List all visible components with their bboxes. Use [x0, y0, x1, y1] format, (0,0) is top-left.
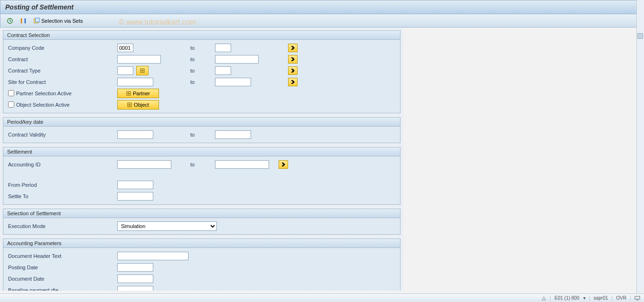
exec-mode-select[interactable]: Simulation — [117, 221, 217, 231]
variant-button[interactable] — [18, 16, 29, 26]
right-spacer — [403, 27, 644, 291]
row-accounting-id: Accounting ID to — [8, 159, 395, 170]
company-code-multiselect-button[interactable] — [288, 44, 298, 52]
arrow-right-icon — [290, 80, 295, 84]
group-selection-body: Execution Mode Simulation — [3, 218, 400, 234]
monitor-icon[interactable] — [635, 295, 640, 301]
contract-type-f4-button[interactable] — [136, 66, 149, 75]
group-period-title: Period/key date — [3, 118, 400, 127]
object-selection-text: Object Selection Active — [16, 102, 70, 108]
accounting-id-multiselect-button[interactable] — [279, 160, 288, 169]
exec-mode-label: Execution Mode — [8, 223, 117, 229]
document-date-input[interactable] — [117, 275, 153, 283]
scrollbar-thumb[interactable] — [637, 33, 643, 39]
triangle-icon — [541, 296, 546, 301]
contract-type-label: Contract Type — [8, 68, 117, 73]
group-period: Period/key date Contract Validity to — [3, 117, 401, 143]
status-separator — [589, 295, 590, 301]
company-code-from-input[interactable] — [117, 44, 133, 52]
status-system: E01 (1) 800 — [554, 295, 579, 301]
baseline-input[interactable] — [117, 286, 153, 291]
row-partner-selection: Partner Selection Active Partner — [8, 88, 395, 99]
contract-label: Contract — [8, 56, 117, 62]
form-panel: Contract Selection Company Code to Contr… — [0, 27, 403, 291]
to-label: to — [190, 162, 212, 167]
brackets-icon — [20, 18, 27, 24]
group-selection-settlement: Selection of Settlement Execution Mode S… — [3, 209, 401, 235]
doc-header-label: Document Header Text — [8, 253, 117, 259]
svg-rect-2 — [25, 18, 26, 23]
contract-type-multiselect-button[interactable] — [288, 66, 298, 75]
grid-plus-icon — [140, 68, 145, 73]
execute-button[interactable] — [4, 16, 16, 26]
row-document-date: Document Date — [8, 273, 395, 284]
group-accounting-title: Accounting Parameters — [3, 239, 400, 248]
to-label: to — [190, 45, 212, 51]
validity-to-input[interactable] — [215, 130, 251, 139]
to-label: to — [190, 79, 212, 85]
settle-to-input[interactable] — [117, 192, 153, 201]
row-posting-date: Posting Date — [8, 262, 395, 273]
row-exec-mode: Execution Mode Simulation — [8, 220, 395, 231]
group-settlement-title: Settlement — [3, 147, 400, 156]
status-server: sapr01 — [594, 295, 608, 301]
partner-button-label: Partner — [133, 91, 150, 96]
company-code-to-input[interactable] — [215, 44, 231, 52]
group-contract-body: Company Code to Contract to — [3, 40, 400, 113]
accounting-id-from-input[interactable] — [117, 160, 171, 169]
to-label: to — [190, 68, 212, 73]
status-separator — [550, 295, 551, 301]
contract-type-to-input[interactable] — [215, 66, 231, 75]
site-label: Site for Contract — [8, 79, 117, 85]
selection-via-sets-button[interactable]: Selection via Sets — [31, 16, 85, 26]
status-mode: OVR — [616, 295, 626, 301]
page-title: Posting of Settlement — [5, 3, 74, 11]
contract-from-input[interactable] — [117, 55, 161, 64]
posting-date-input[interactable] — [117, 263, 153, 272]
row-contract: Contract to — [8, 54, 395, 64]
vertical-scrollbar[interactable] — [636, 0, 644, 293]
row-from-period: From Period — [8, 179, 395, 190]
group-contract-title: Contract Selection — [3, 31, 400, 40]
row-baseline-date: Baseline payment dte — [8, 284, 395, 291]
page-title-bar: Posting of Settlement — [0, 0, 644, 14]
partner-selection-checkbox[interactable] — [8, 90, 14, 96]
contract-to-input[interactable] — [215, 55, 259, 64]
arrow-right-icon — [290, 46, 295, 50]
from-period-input[interactable] — [117, 181, 153, 189]
status-separator — [630, 295, 631, 301]
dropdown-caret-icon[interactable]: ▾ — [583, 295, 586, 301]
accounting-id-to-input[interactable] — [215, 160, 269, 169]
accounting-id-label: Accounting ID — [8, 162, 117, 167]
group-settlement: Settlement Accounting ID to From Period — [3, 147, 401, 205]
svg-rect-4 — [35, 18, 39, 22]
site-multiselect-button[interactable] — [288, 78, 298, 86]
svg-rect-1 — [21, 18, 22, 23]
sets-icon — [33, 18, 40, 24]
contract-type-from-input[interactable] — [117, 66, 133, 75]
application-toolbar: Selection via Sets — [0, 14, 644, 27]
posting-date-label: Posting Date — [8, 265, 117, 270]
doc-header-input[interactable] — [117, 252, 188, 260]
object-selection-checkbox[interactable] — [8, 101, 14, 108]
row-company-code: Company Code to — [8, 42, 395, 53]
svg-rect-8 — [635, 296, 640, 299]
grid-plus-icon — [126, 91, 131, 96]
validity-from-input[interactable] — [117, 130, 153, 139]
partner-button[interactable]: Partner — [117, 89, 159, 98]
partner-selection-text: Partner Selection Active — [16, 91, 72, 96]
arrow-right-icon — [281, 162, 286, 167]
to-label: to — [190, 132, 212, 137]
group-selection-title: Selection of Settlement — [3, 209, 400, 218]
row-site: Site for Contract to — [8, 76, 395, 87]
contract-multiselect-button[interactable] — [288, 55, 298, 64]
from-period-label: From Period — [8, 182, 117, 188]
grid-plus-icon — [127, 102, 132, 107]
site-to-input[interactable] — [215, 78, 251, 86]
object-checkbox-label: Object Selection Active — [8, 101, 117, 108]
main-area: Contract Selection Company Code to Contr… — [0, 27, 644, 291]
arrow-right-icon — [290, 68, 295, 73]
object-button[interactable]: Object — [117, 100, 159, 110]
group-accounting-body: Document Header Text Posting Date Docume… — [3, 248, 400, 291]
site-from-input[interactable] — [117, 78, 153, 86]
